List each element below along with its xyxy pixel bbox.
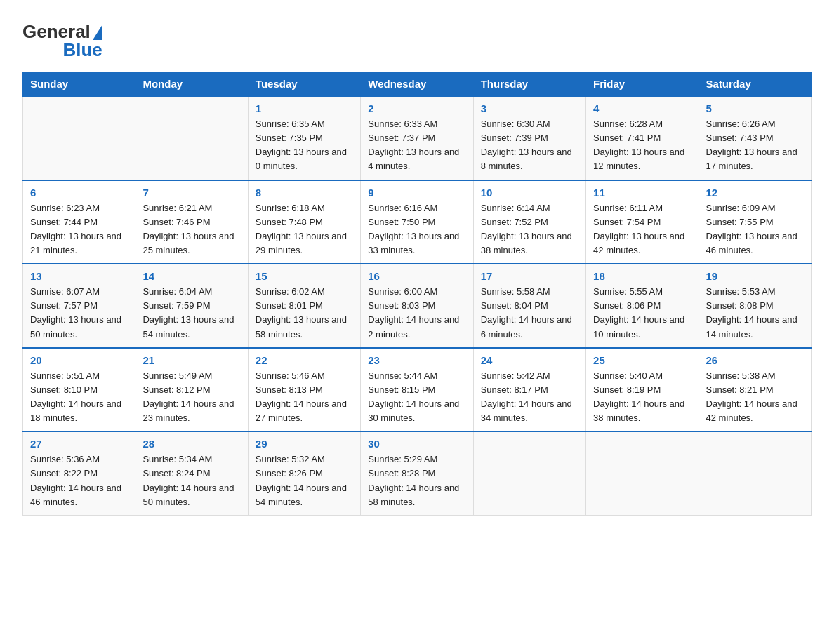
cell-week2-day4: 9Sunrise: 6:16 AMSunset: 7:50 PMDaylight…: [361, 180, 473, 264]
week-row-3: 13Sunrise: 6:07 AMSunset: 7:57 PMDayligh…: [23, 264, 812, 348]
logo: General Blue: [22, 22, 102, 59]
day-number: 16: [368, 270, 465, 282]
day-info: Sunrise: 5:32 AMSunset: 8:26 PMDaylight:…: [256, 452, 353, 509]
cell-week2-day6: 11Sunrise: 6:11 AMSunset: 7:54 PMDayligh…: [586, 180, 699, 264]
day-info: Sunrise: 6:33 AMSunset: 7:37 PMDaylight:…: [368, 117, 465, 174]
calendar-body: 1Sunrise: 6:35 AMSunset: 7:35 PMDaylight…: [23, 96, 812, 515]
cell-week5-day1: 27Sunrise: 5:36 AMSunset: 8:22 PMDayligh…: [23, 431, 135, 515]
day-info: Sunrise: 5:38 AMSunset: 8:21 PMDaylight:…: [706, 369, 804, 426]
day-number: 8: [256, 187, 353, 199]
day-number: 2: [368, 102, 465, 114]
cell-week4-day3: 22Sunrise: 5:46 AMSunset: 8:13 PMDayligh…: [248, 348, 360, 432]
day-info: Sunrise: 5:55 AMSunset: 8:06 PMDaylight:…: [593, 285, 691, 342]
week-row-4: 20Sunrise: 5:51 AMSunset: 8:10 PMDayligh…: [23, 348, 812, 432]
day-info: Sunrise: 6:07 AMSunset: 7:57 PMDaylight:…: [30, 285, 128, 342]
header-wednesday: Wednesday: [361, 72, 473, 97]
day-number: 23: [368, 354, 465, 366]
day-number: 12: [706, 187, 804, 199]
day-info: Sunrise: 6:30 AMSunset: 7:39 PMDaylight:…: [481, 117, 578, 174]
day-info: Sunrise: 6:28 AMSunset: 7:41 PMDaylight:…: [593, 117, 691, 174]
cell-week1-day7: 5Sunrise: 6:26 AMSunset: 7:43 PMDaylight…: [699, 96, 811, 180]
cell-week3-day3: 15Sunrise: 6:02 AMSunset: 8:01 PMDayligh…: [248, 264, 360, 348]
page-header: General Blue: [22, 17, 812, 59]
header-monday: Monday: [135, 72, 248, 97]
day-number: 1: [256, 102, 353, 114]
header-row: SundayMondayTuesdayWednesdayThursdayFrid…: [23, 72, 812, 97]
day-number: 4: [593, 102, 691, 114]
day-info: Sunrise: 6:16 AMSunset: 7:50 PMDaylight:…: [368, 201, 465, 258]
day-number: 13: [30, 270, 128, 282]
cell-week3-day7: 19Sunrise: 5:53 AMSunset: 8:08 PMDayligh…: [699, 264, 811, 348]
header-friday: Friday: [586, 72, 699, 97]
header-thursday: Thursday: [473, 72, 585, 97]
day-info: Sunrise: 6:26 AMSunset: 7:43 PMDaylight:…: [706, 117, 804, 174]
cell-week3-day6: 18Sunrise: 5:55 AMSunset: 8:06 PMDayligh…: [586, 264, 699, 348]
day-number: 20: [30, 354, 128, 366]
day-info: Sunrise: 6:09 AMSunset: 7:55 PMDaylight:…: [706, 201, 804, 258]
day-info: Sunrise: 5:42 AMSunset: 8:17 PMDaylight:…: [481, 369, 578, 426]
day-number: 25: [593, 354, 691, 366]
day-number: 11: [593, 187, 691, 199]
day-info: Sunrise: 6:18 AMSunset: 7:48 PMDaylight:…: [256, 201, 353, 258]
logo-general-text: General: [22, 22, 91, 41]
day-number: 28: [143, 438, 240, 450]
day-number: 6: [30, 187, 128, 199]
day-number: 15: [256, 270, 353, 282]
day-number: 5: [706, 102, 804, 114]
day-info: Sunrise: 5:40 AMSunset: 8:19 PMDaylight:…: [593, 369, 691, 426]
cell-week1-day3: 1Sunrise: 6:35 AMSunset: 7:35 PMDaylight…: [248, 96, 360, 180]
day-number: 29: [256, 438, 353, 450]
header-tuesday: Tuesday: [248, 72, 360, 97]
cell-week4-day5: 24Sunrise: 5:42 AMSunset: 8:17 PMDayligh…: [473, 348, 585, 432]
day-number: 14: [143, 270, 240, 282]
cell-week5-day5: [473, 431, 585, 515]
header-sunday: Sunday: [23, 72, 135, 97]
cell-week5-day4: 30Sunrise: 5:29 AMSunset: 8:28 PMDayligh…: [361, 431, 473, 515]
day-info: Sunrise: 6:02 AMSunset: 8:01 PMDaylight:…: [256, 285, 353, 342]
day-info: Sunrise: 5:44 AMSunset: 8:15 PMDaylight:…: [368, 369, 465, 426]
cell-week4-day6: 25Sunrise: 5:40 AMSunset: 8:19 PMDayligh…: [586, 348, 699, 432]
day-number: 17: [481, 270, 578, 282]
cell-week3-day4: 16Sunrise: 6:00 AMSunset: 8:03 PMDayligh…: [361, 264, 473, 348]
day-info: Sunrise: 6:00 AMSunset: 8:03 PMDaylight:…: [368, 285, 465, 342]
day-info: Sunrise: 5:29 AMSunset: 8:28 PMDaylight:…: [368, 452, 465, 509]
day-info: Sunrise: 6:21 AMSunset: 7:46 PMDaylight:…: [143, 201, 240, 258]
day-number: 7: [143, 187, 240, 199]
day-number: 22: [256, 354, 353, 366]
day-number: 26: [706, 354, 804, 366]
cell-week4-day4: 23Sunrise: 5:44 AMSunset: 8:15 PMDayligh…: [361, 348, 473, 432]
cell-week2-day1: 6Sunrise: 6:23 AMSunset: 7:44 PMDaylight…: [23, 180, 135, 264]
day-number: 3: [481, 102, 578, 114]
day-info: Sunrise: 5:34 AMSunset: 8:24 PMDaylight:…: [143, 452, 240, 509]
day-info: Sunrise: 6:14 AMSunset: 7:52 PMDaylight:…: [481, 201, 578, 258]
cell-week1-day4: 2Sunrise: 6:33 AMSunset: 7:37 PMDaylight…: [361, 96, 473, 180]
cell-week1-day5: 3Sunrise: 6:30 AMSunset: 7:39 PMDaylight…: [473, 96, 585, 180]
day-info: Sunrise: 5:58 AMSunset: 8:04 PMDaylight:…: [481, 285, 578, 342]
day-number: 10: [481, 187, 578, 199]
day-number: 21: [143, 354, 240, 366]
header-saturday: Saturday: [699, 72, 811, 97]
week-row-5: 27Sunrise: 5:36 AMSunset: 8:22 PMDayligh…: [23, 431, 812, 515]
week-row-2: 6Sunrise: 6:23 AMSunset: 7:44 PMDaylight…: [23, 180, 812, 264]
day-info: Sunrise: 6:35 AMSunset: 7:35 PMDaylight:…: [256, 117, 353, 174]
cell-week4-day7: 26Sunrise: 5:38 AMSunset: 8:21 PMDayligh…: [699, 348, 811, 432]
day-number: 19: [706, 270, 804, 282]
cell-week4-day2: 21Sunrise: 5:49 AMSunset: 8:12 PMDayligh…: [135, 348, 248, 432]
day-number: 18: [593, 270, 691, 282]
day-number: 30: [368, 438, 465, 450]
day-info: Sunrise: 6:23 AMSunset: 7:44 PMDaylight:…: [30, 201, 128, 258]
cell-week2-day7: 12Sunrise: 6:09 AMSunset: 7:55 PMDayligh…: [699, 180, 811, 264]
day-info: Sunrise: 5:49 AMSunset: 8:12 PMDaylight:…: [143, 369, 240, 426]
cell-week3-day1: 13Sunrise: 6:07 AMSunset: 7:57 PMDayligh…: [23, 264, 135, 348]
cell-week5-day7: [699, 431, 811, 515]
week-row-1: 1Sunrise: 6:35 AMSunset: 7:35 PMDaylight…: [23, 96, 812, 180]
cell-week4-day1: 20Sunrise: 5:51 AMSunset: 8:10 PMDayligh…: [23, 348, 135, 432]
day-info: Sunrise: 6:04 AMSunset: 7:59 PMDaylight:…: [143, 285, 240, 342]
calendar-table: SundayMondayTuesdayWednesdayThursdayFrid…: [22, 72, 812, 516]
calendar-header: SundayMondayTuesdayWednesdayThursdayFrid…: [23, 72, 812, 97]
cell-week5-day3: 29Sunrise: 5:32 AMSunset: 8:26 PMDayligh…: [248, 431, 360, 515]
cell-week3-day2: 14Sunrise: 6:04 AMSunset: 7:59 PMDayligh…: [135, 264, 248, 348]
cell-week2-day5: 10Sunrise: 6:14 AMSunset: 7:52 PMDayligh…: [473, 180, 585, 264]
cell-week5-day6: [586, 431, 699, 515]
cell-week3-day5: 17Sunrise: 5:58 AMSunset: 8:04 PMDayligh…: [473, 264, 585, 348]
